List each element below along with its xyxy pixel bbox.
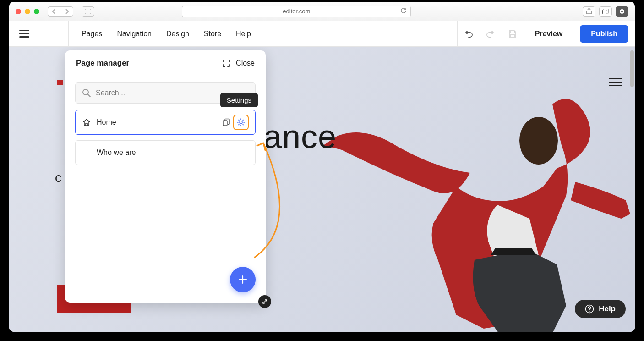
hamburger-container	[9, 21, 69, 46]
back-button[interactable]	[48, 6, 60, 16]
page-item-home[interactable]: Settings Home	[75, 110, 256, 135]
page-label: Who we are	[97, 148, 136, 157]
page-label: Home	[97, 118, 116, 126]
tabs-icon[interactable]	[599, 6, 612, 16]
collapse-icon	[222, 59, 230, 67]
page-actions	[222, 115, 249, 130]
url-text: editor.com	[283, 8, 310, 15]
publish-button[interactable]: Publish	[580, 25, 628, 43]
share-icon[interactable]	[583, 6, 595, 16]
menu-pages[interactable]: Pages	[82, 30, 102, 38]
svg-point-8	[240, 121, 242, 124]
tool-icons	[457, 21, 524, 46]
menu-help[interactable]: Help	[236, 30, 251, 38]
search-icon	[82, 88, 91, 98]
panel-header: Page manager Close	[65, 50, 266, 76]
add-page-button[interactable]	[230, 267, 256, 292]
settings-tooltip: Settings	[220, 93, 258, 107]
menu-items: Pages Navigation Design Store Help	[69, 30, 251, 38]
address-bar[interactable]: editor.com	[182, 6, 411, 17]
settings-button-highlight[interactable]	[233, 115, 249, 130]
browser-window: editor.com Pages Navigation Design Store…	[9, 2, 635, 332]
help-label: Help	[599, 304, 616, 314]
menu-design[interactable]: Design	[166, 30, 189, 38]
chrome-right-icons	[583, 6, 628, 16]
hero-title-fragment: ance	[263, 118, 337, 155]
panel-close-button[interactable]: Close	[222, 59, 255, 67]
undo-icon[interactable]	[458, 29, 480, 39]
svg-rect-2	[602, 10, 607, 14]
svg-point-5	[83, 89, 88, 95]
svg-line-6	[88, 94, 90, 97]
reload-icon[interactable]	[400, 7, 407, 15]
gear-icon	[236, 118, 246, 127]
menu-navigation[interactable]: Navigation	[117, 30, 152, 38]
panel-title: Page manager	[76, 59, 129, 68]
svg-rect-0	[85, 9, 91, 14]
forward-button[interactable]	[60, 6, 73, 16]
plus-icon	[238, 275, 248, 285]
editor-canvas: ance c To change this title and descript…	[9, 47, 635, 332]
close-label: Close	[236, 59, 255, 67]
main-menu-icon[interactable]	[19, 30, 29, 38]
help-button[interactable]: Help	[575, 300, 626, 318]
save-icon[interactable]	[502, 29, 524, 38]
scrollbar-thumb[interactable]	[630, 50, 634, 87]
panel-body: Settings Home Who we are	[65, 76, 266, 302]
window-close-icon[interactable]	[16, 9, 21, 14]
editor-toolbar: Pages Navigation Design Store Help Previ…	[9, 21, 635, 47]
site-menu-icon[interactable]	[609, 78, 622, 86]
redo-icon[interactable]	[480, 29, 502, 39]
page-item-who-we-are[interactable]: Who we are	[75, 140, 256, 165]
copy-icon[interactable]	[222, 118, 230, 126]
window-maximize-icon[interactable]	[34, 9, 39, 14]
page-manager-panel: Page manager Close Settings Home	[65, 50, 266, 302]
svg-rect-7	[223, 121, 227, 126]
downloads-icon[interactable]	[616, 6, 628, 16]
sidebar-toggle-icon[interactable]	[82, 6, 94, 16]
accent-bar	[57, 80, 63, 85]
window-minimize-icon[interactable]	[25, 9, 30, 14]
menu-store[interactable]: Store	[204, 30, 221, 38]
home-icon	[82, 118, 91, 127]
nav-buttons	[48, 6, 73, 16]
preview-button[interactable]: Preview	[524, 30, 573, 38]
browser-chrome: editor.com	[9, 2, 635, 21]
toolbar-right: Preview Publish	[457, 21, 635, 46]
help-icon	[585, 304, 594, 314]
resize-handle[interactable]	[258, 295, 271, 308]
hero-subtitle-fragment: c	[55, 170, 61, 185]
traffic-lights	[16, 9, 39, 14]
